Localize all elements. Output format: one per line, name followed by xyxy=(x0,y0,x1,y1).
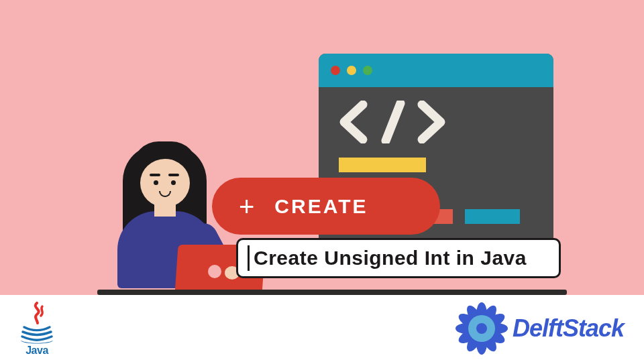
java-logo-label: Java xyxy=(25,345,48,357)
desk-line xyxy=(97,290,567,295)
plus-icon: + xyxy=(239,193,254,220)
traffic-light-close-icon xyxy=(331,66,340,75)
mandala-icon xyxy=(456,303,507,354)
delftstack-logo-label: DelftStack xyxy=(513,314,624,343)
title-text: Create Unsigned Int in Java xyxy=(254,247,527,269)
delftstack-logo: DelftStack xyxy=(456,303,624,354)
hero-stage: + CREATE Create Unsigned Int in Java xyxy=(0,0,644,295)
create-button-label: CREATE xyxy=(274,195,368,218)
create-button[interactable]: + CREATE xyxy=(212,178,440,235)
java-logo-icon: Java xyxy=(19,302,55,357)
code-line-bar xyxy=(339,158,426,172)
title-input[interactable]: Create Unsigned Int in Java xyxy=(236,238,561,278)
code-line-bar xyxy=(465,209,520,224)
code-brackets-icon xyxy=(339,101,446,153)
traffic-light-minimize-icon xyxy=(347,66,356,75)
traffic-light-maximize-icon xyxy=(363,66,372,75)
window-titlebar xyxy=(319,54,553,87)
text-cursor-icon xyxy=(248,245,250,271)
